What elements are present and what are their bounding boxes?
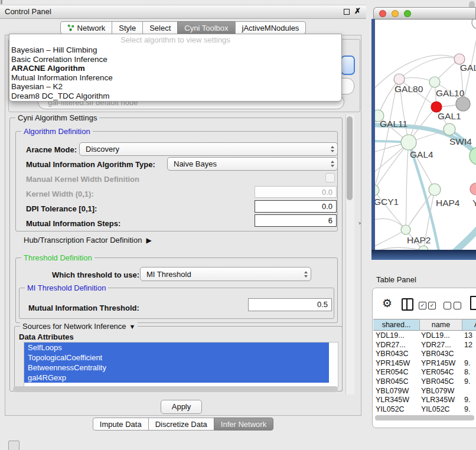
network-node[interactable] bbox=[470, 183, 476, 195]
kernel-width-label: Kernel Width (0,1): bbox=[26, 190, 94, 198]
network-node[interactable] bbox=[429, 184, 441, 195]
network-node[interactable] bbox=[375, 185, 379, 195]
close-traffic-icon[interactable] bbox=[379, 10, 386, 17]
collapse-down-icon: ▼ bbox=[129, 323, 136, 330]
tab-network[interactable]: Network bbox=[60, 21, 113, 34]
table-cell: YIL052C bbox=[376, 405, 419, 413]
table-row[interactable]: YBR043CYBR043C bbox=[373, 350, 476, 358]
tab-impute-data[interactable]: Impute Data bbox=[93, 418, 149, 431]
dropdown-item[interactable]: Mutual Information Inference bbox=[9, 73, 341, 83]
table-row[interactable]: YBR045CYBR045C9. bbox=[373, 377, 476, 386]
dpi-tolerance-field[interactable]: 0.0 bbox=[255, 200, 337, 213]
column-header-name[interactable]: name bbox=[420, 319, 462, 331]
tab-label: jActiveMNodules bbox=[242, 24, 299, 32]
columns-icon[interactable] bbox=[402, 298, 413, 311]
which-threshold-select[interactable]: MI Threshold bbox=[140, 267, 311, 281]
network-node-label: GCY1 bbox=[375, 197, 399, 207]
table-row[interactable]: YPR145WYPR145W9. bbox=[373, 359, 476, 368]
tab-style[interactable]: Style bbox=[112, 21, 143, 34]
tab-jactivemnodules[interactable]: jActiveMNodules bbox=[235, 21, 307, 34]
table-row[interactable]: YLR345WYLR345W9. bbox=[373, 396, 476, 405]
tab-label: Style bbox=[119, 24, 136, 32]
dropdown-item[interactable]: ARACNE Algorithm bbox=[9, 64, 341, 73]
network-node-label: GAL10 bbox=[436, 88, 465, 98]
settings-vscrollbar-thumb[interactable] bbox=[347, 116, 353, 200]
mi-threshold-title: MI Threshold Definition bbox=[25, 283, 108, 292]
float-window-icon[interactable] bbox=[344, 9, 350, 15]
checked-box-icon[interactable]: ✓ bbox=[419, 302, 426, 309]
network-edge bbox=[399, 57, 459, 79]
dropdown-item[interactable]: Bayesian – Hill Climbing bbox=[9, 45, 341, 55]
attribute-item-selected[interactable]: BetweennessCentrality bbox=[24, 363, 329, 373]
column-header-partial[interactable]: A bbox=[462, 319, 476, 331]
sources-title[interactable]: Sources for Network Inference▼ bbox=[20, 322, 138, 331]
combo-arrows-icon bbox=[327, 158, 337, 170]
attribute-item-selected[interactable]: gal4RGexp bbox=[24, 373, 329, 383]
table-cell: 8. bbox=[464, 368, 476, 376]
table-row[interactable]: YBL079WYBL079W bbox=[373, 387, 476, 396]
network-edge bbox=[375, 142, 409, 190]
kernel-width-field[interactable]: 0.0 bbox=[255, 186, 337, 198]
dropdown-item[interactable]: Bayesian – K2 bbox=[9, 82, 341, 92]
tab-infer-network[interactable]: Infer Network bbox=[214, 418, 273, 431]
table-cell: YBR043C bbox=[376, 350, 419, 358]
network-node[interactable] bbox=[394, 74, 405, 84]
minimize-traffic-icon[interactable] bbox=[392, 10, 399, 17]
network-node[interactable] bbox=[429, 77, 440, 87]
mi-steps-field[interactable]: 6 bbox=[255, 214, 337, 227]
data-attributes-list[interactable]: SelfLoopsTopologicalCoefficientBetweenne… bbox=[24, 342, 338, 387]
network-node-label: GAL1 bbox=[438, 111, 461, 121]
network-node-label: GAL4 bbox=[410, 149, 433, 159]
aracne-mode-select[interactable]: Discovery bbox=[79, 142, 338, 156]
minimized-panel-box[interactable] bbox=[8, 441, 19, 450]
table-cell: YER054C bbox=[421, 368, 462, 376]
table-cell: YLR345W bbox=[376, 396, 419, 404]
attribute-item-selected[interactable]: SelfLoops bbox=[24, 343, 329, 353]
tab-cyni-toolbox[interactable]: Cyni Toolbox bbox=[177, 21, 235, 34]
dropdown-list: Bayesian – Hill ClimbingBasic Correlatio… bbox=[9, 45, 341, 101]
table-row[interactable]: YDL19...YDL19...13 bbox=[373, 331, 476, 340]
tab-select[interactable]: Select bbox=[142, 21, 178, 34]
threshold-definition-title: Threshold Definition bbox=[21, 253, 94, 262]
unchecked-box-icon[interactable] bbox=[444, 302, 451, 309]
table-row[interactable]: YER054CYER054C8. bbox=[373, 368, 476, 377]
network-canvas[interactable]: GALGAL80GAL10GAL1GAL11SWI4GAL4GCY1HAP4YH… bbox=[375, 19, 476, 250]
tab-label: Discretize Data bbox=[155, 420, 207, 429]
attribute-item-selected[interactable]: TopologicalCoefficient bbox=[24, 353, 329, 363]
column-header-shared[interactable]: shared... bbox=[373, 319, 420, 331]
checked-box-icon[interactable]: ✓ bbox=[428, 302, 436, 309]
network-node[interactable] bbox=[401, 135, 416, 150]
network-window-titlebar[interactable] bbox=[373, 7, 476, 19]
table-panel: ⚙ ✓ ✓ shared... name A YDL19...YDL19...1… bbox=[372, 288, 476, 428]
table-cell: YER054C bbox=[376, 368, 419, 376]
network-node-label: HAP4 bbox=[436, 198, 460, 208]
table-hscrollbar-thumb[interactable] bbox=[375, 415, 474, 420]
table-row[interactable]: YIL052CYIL052C9. bbox=[373, 405, 476, 414]
hub-definition-expander[interactable]: Hub/Transcription Factor Definition ▶ bbox=[24, 236, 152, 244]
manual-kernel-checkbox[interactable] bbox=[325, 173, 335, 182]
network-node[interactable] bbox=[472, 19, 476, 29]
table-cell: YDL19... bbox=[376, 331, 419, 340]
tab-discretize-data[interactable]: Discretize Data bbox=[148, 418, 214, 431]
apply-button[interactable]: Apply bbox=[161, 400, 202, 414]
page-icon[interactable] bbox=[470, 296, 476, 310]
mi-threshold-field[interactable]: 0.5 bbox=[248, 298, 332, 311]
table-cell: 9. bbox=[464, 396, 476, 404]
unchecked-box-icon[interactable] bbox=[454, 302, 461, 309]
control-panel-titlebar: Control Panel ✗ bbox=[0, 5, 366, 19]
network-node[interactable] bbox=[456, 97, 470, 111]
dropdown-item[interactable]: Basic Correlation Inference bbox=[9, 55, 341, 64]
table-cell: YBL079W bbox=[376, 387, 419, 395]
network-node[interactable] bbox=[444, 123, 455, 135]
close-icon[interactable]: ✗ bbox=[354, 6, 361, 15]
mi-type-select[interactable]: Naive Bayes bbox=[167, 157, 338, 171]
network-node[interactable] bbox=[401, 225, 410, 234]
zoom-traffic-icon[interactable] bbox=[404, 10, 411, 17]
network-node-label: HAP2 bbox=[407, 235, 431, 245]
table-row[interactable]: YDR27...YDR27...12 bbox=[373, 341, 476, 350]
focused-combo-button[interactable] bbox=[341, 56, 355, 75]
settings-hscrollbar-thumb[interactable] bbox=[13, 386, 338, 392]
gear-icon[interactable]: ⚙ bbox=[382, 296, 392, 310]
dropdown-item[interactable]: Dream8 DC_TDC Algorithm bbox=[9, 92, 341, 101]
table-panel-title: Table Panel bbox=[376, 275, 416, 284]
